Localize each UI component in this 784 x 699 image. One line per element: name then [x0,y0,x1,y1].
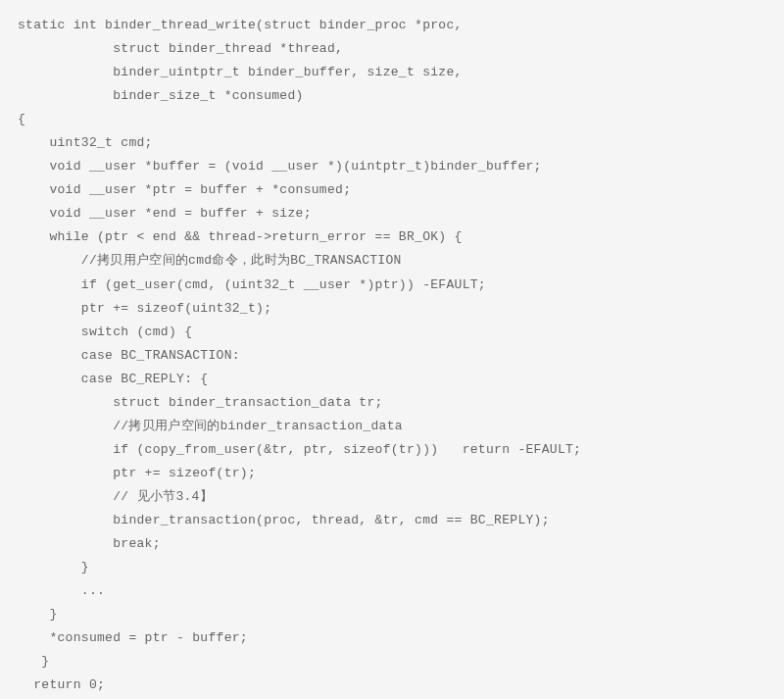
code-line: binder_transaction(proc, thread, &tr, cm… [18,509,766,532]
code-line: static int binder_thread_write(struct bi… [18,14,766,37]
code-line: *consumed = ptr - buffer; [18,626,766,650]
code-line: struct binder_transaction_data tr; [18,391,766,415]
code-line: } [18,650,766,674]
code-line: binder_size_t *consumed) [18,84,766,108]
code-line: void __user *end = buffer + size; [18,202,766,225]
code-line: if (copy_from_user(&tr, ptr, sizeof(tr))… [18,438,766,462]
code-line: void __user *ptr = buffer + *consumed; [18,178,766,202]
code-line: case BC_TRANSACTION: [18,344,766,368]
code-line: binder_uintptr_t binder_buffer, size_t s… [18,61,766,84]
code-line: switch (cmd) { [18,321,766,344]
code-line: { [18,108,766,131]
code-line: ... [18,579,766,603]
code-line: if (get_user(cmd, (uint32_t __user *)ptr… [18,274,766,297]
code-line: struct binder_thread *thread, [18,37,766,61]
code-line: } [18,603,766,626]
code-block: static int binder_thread_write(struct bi… [18,14,766,699]
code-line: // 见小节3.4】 [18,485,766,509]
code-line: break; [18,532,766,556]
code-line: void __user *buffer = (void __user *)(ui… [18,155,766,178]
code-line: return 0; [18,674,766,697]
code-line: //拷贝用户空间的cmd命令，此时为BC_TRANSACTION [18,249,766,273]
code-line: ptr += sizeof(tr); [18,462,766,485]
code-line: uint32_t cmd; [18,131,766,155]
code-line: ptr += sizeof(uint32_t); [18,297,766,321]
code-line: } [18,556,766,579]
code-line: //拷贝用户空间的binder_transaction_data [18,415,766,438]
code-line: case BC_REPLY: { [18,368,766,391]
code-line: while (ptr < end && thread->return_error… [18,225,766,249]
